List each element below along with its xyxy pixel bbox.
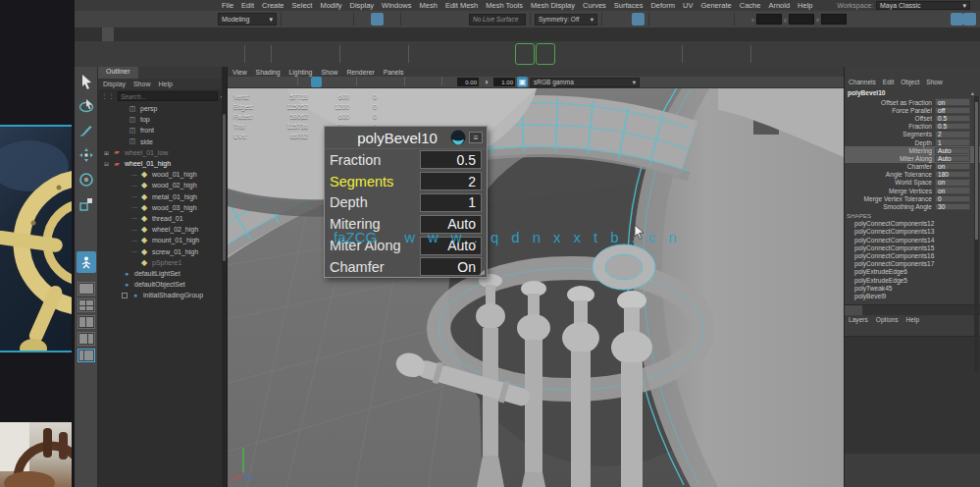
menu-item[interactable]: Create [258,1,288,10]
status-icon[interactable] [358,13,371,26]
status-icon[interactable] [336,13,349,26]
shelf-icon[interactable] [433,43,452,65]
panel-toolbar-icon[interactable] [300,77,311,87]
shelf-icon[interactable] [385,43,404,65]
shelf-icon[interactable] [707,43,727,65]
shelf-tab[interactable] [196,27,208,41]
channel-value-field[interactable]: 2 [935,131,970,137]
menu-item[interactable]: Edit Mesh [441,1,482,10]
panel-toolbar-icon[interactable] [356,77,357,85]
shelf-icon[interactable] [857,43,877,65]
exposure-field[interactable]: 0.00 [457,78,479,86]
shelf-icon[interactable] [556,43,576,65]
resize-grip[interactable]: ◢ [480,268,485,276]
panel-toolbar-icon[interactable] [418,77,429,87]
polybevel-popup[interactable]: polyBevel10 ≡ Fraction 0.5 Segments 2 De [324,126,488,278]
shelf-icon[interactable] [271,45,272,63]
shelf-tab[interactable] [173,27,184,41]
menu-item[interactable]: Help [794,1,816,10]
panel-toolbar-icon[interactable] [343,77,354,87]
shelf-icon[interactable] [639,43,658,65]
channelbox-menu-item[interactable]: Edit [883,79,894,85]
status-icon[interactable] [704,13,717,26]
channelbox-scrollbar[interactable] [974,96,979,371]
status-icon[interactable] [717,13,730,26]
status-icon[interactable] [285,13,298,26]
panel-menu-item[interactable]: Shading [256,69,281,76]
layer-editor-tab[interactable] [845,305,862,315]
channel-value-field[interactable]: on [935,187,970,193]
history-node-item[interactable]: polyConnectComponents12 [845,220,980,228]
transform-entry-field[interactable] [756,14,782,25]
panel-toolbar-icon[interactable] [359,77,370,87]
outliner-item[interactable]: — screw_01_high [98,245,227,256]
channel-value-field[interactable]: on [935,179,970,186]
status-icon[interactable] [298,13,311,26]
status-icon[interactable] [353,13,354,26]
shelf-icon[interactable] [659,43,679,65]
status-icon[interactable] [666,13,679,26]
panel-toolbar-icon[interactable] [241,77,252,87]
status-icon[interactable] [606,13,619,26]
shelf-icon[interactable] [296,43,316,65]
attribute-value-field[interactable]: 0.5 [420,150,482,169]
panel-toolbar-icon[interactable] [404,77,405,85]
channel-attribute-row[interactable]: Angle Tolerance 180 [845,171,980,179]
shelf-icon[interactable] [474,43,493,65]
shelf-icon[interactable] [536,43,555,65]
channel-attribute-row[interactable]: Force Parallel off [845,106,980,114]
last-tool-icon[interactable] [77,251,96,273]
layout-four-pane-button[interactable] [77,298,95,312]
channel-value-field[interactable]: 1 [935,138,970,145]
channel-value-field[interactable]: 0 [935,195,970,202]
menu-item[interactable]: Surfaces [610,1,647,10]
expander-icon[interactable]: — [131,204,139,210]
channel-value-field[interactable]: 0.5 [935,123,970,130]
shelf-tab[interactable] [243,27,255,41]
paint-select-tool[interactable] [77,120,96,141]
status-icon[interactable] [653,13,666,26]
layout-outliner-persp-button[interactable] [77,349,95,362]
sidebar-toggle-icon[interactable] [925,13,938,26]
menu-item[interactable]: Edit [237,1,258,10]
scale-tool[interactable] [77,193,96,215]
outliner-item[interactable]: — thread_01 [98,213,227,224]
shelf-icon[interactable] [412,43,432,65]
shelf-tab[interactable] [232,27,243,41]
panel-toolbar-icon[interactable] [284,77,295,87]
shelf-tab[interactable] [102,27,114,41]
channelbox-menu-item[interactable]: Show [926,79,943,85]
channel-value-field[interactable]: 30 [935,203,970,210]
shelf-tab[interactable] [114,27,126,41]
outliner-search-input[interactable] [118,91,218,101]
layout-three-pane-button[interactable] [77,315,95,329]
panel-toolbar-icon[interactable] [441,77,442,85]
shelf-icon[interactable] [317,43,336,65]
layer-editor-tab[interactable] [862,305,880,315]
shelf-icon[interactable] [77,43,97,65]
outliner-tab[interactable]: Outliner [98,67,138,79]
channelbox-menu-item[interactable]: Channels [849,79,876,85]
shelf-icon[interactable] [453,43,473,65]
shelf-tab[interactable] [208,27,220,41]
expander-icon[interactable]: — [131,227,139,233]
channel-attribute-row[interactable]: Depth 1 [845,138,980,146]
history-node-item[interactable]: polyConnectComponents13 [845,228,980,236]
shelf-tab[interactable] [220,27,232,41]
menu-item[interactable]: Display [346,1,379,10]
symmetry-dropdown[interactable]: Symmetry: Off▾ [535,14,597,26]
outliner-item[interactable]: — mount_01_high [98,235,227,245]
channel-attribute-row[interactable]: Chamfer on [845,163,980,171]
shelf-icon[interactable] [494,43,514,65]
outliner-menu-item[interactable]: Display [103,81,126,87]
shelf-tab[interactable] [126,27,137,41]
channel-attribute-row[interactable]: Mitering Auto [845,146,980,154]
shelf-icon[interactable] [687,43,706,65]
shelf-icon[interactable] [408,45,409,63]
shelf-icon[interactable] [577,43,596,65]
channel-value-field[interactable]: off [935,107,970,114]
shelf-tab[interactable] [184,27,196,41]
checkbox-icon[interactable] [122,293,128,298]
lasso-tool[interactable] [77,95,96,117]
status-icon[interactable] [739,13,751,26]
